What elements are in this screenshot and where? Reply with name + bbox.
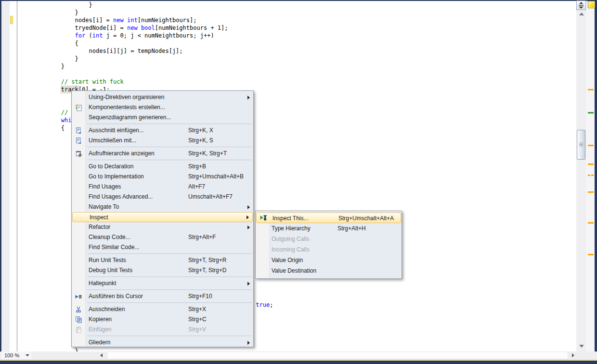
empty-icon-slot xyxy=(75,183,82,191)
menu-item-label: Cleanup Code... xyxy=(89,232,130,242)
vertical-scrollbar-thumb[interactable] xyxy=(577,130,585,160)
analysis-mark[interactable] xyxy=(588,112,594,113)
scrollbar-splitter-button[interactable] xyxy=(576,0,586,10)
empty-icon-slot xyxy=(75,339,82,347)
empty-icon-slot xyxy=(75,244,82,251)
menu-item-label: Umschließen mit... xyxy=(89,136,136,146)
status-bar xyxy=(0,361,597,364)
menu-item-find-usages[interactable]: Find UsagesAlt+F7 xyxy=(72,182,253,192)
analysis-mark[interactable] xyxy=(588,175,590,176)
paste-icon xyxy=(75,326,82,334)
menu-item-cleanup-code[interactable]: Cleanup Code...Strg+Alt+F xyxy=(72,232,253,242)
submenu-item-inspect-this[interactable]: Inspect This...Strg+Umschalt+Alt+A xyxy=(256,213,401,223)
menu-item-run-unit-tests[interactable]: Run Unit TestsStrg+T, Strg+R xyxy=(72,255,253,265)
vs-editor-window: { "editor": { "zoom_level": "100 %", "co… xyxy=(0,0,597,364)
call-hierarchy-icon xyxy=(75,150,82,158)
empty-icon-slot xyxy=(259,256,266,264)
menu-item-shortcut: Strg+T, Strg+R xyxy=(188,255,226,265)
menu-item-ausfuehren-bis-cursor[interactable]: Ausführen bis CursorStrg+F10 xyxy=(72,291,253,301)
menu-item-shortcut: Strg+F10 xyxy=(188,291,212,301)
menu-item-kopieren[interactable]: KopierenStrg+C xyxy=(72,314,253,325)
analysis-mark[interactable] xyxy=(588,163,594,165)
menu-item-shortcut: Strg+T, Strg+D xyxy=(188,265,226,276)
menu-item-shortcut: Strg+Umschalt+Alt+B xyxy=(188,172,244,182)
menu-item-shortcut: Strg+K, S xyxy=(188,136,213,146)
inspect-this-icon xyxy=(260,214,267,222)
horizontal-scrollbar-thumb[interactable] xyxy=(107,351,568,359)
scroll-down-button[interactable] xyxy=(579,345,584,348)
menu-item-gliedern[interactable]: Gliedern xyxy=(72,338,253,347)
horizontal-scrollbar[interactable]: 100 % xyxy=(0,351,597,359)
menu-item-shortcut: Strg+K, X xyxy=(188,126,213,136)
scroll-right-button[interactable] xyxy=(572,353,574,357)
menu-item-find-similar-code[interactable]: Find Similar Code... xyxy=(72,242,253,252)
analysis-mark[interactable] xyxy=(591,175,594,176)
analysis-mark[interactable] xyxy=(588,222,594,224)
empty-icon-slot xyxy=(75,267,82,275)
menu-item-label: Debug Unit Tests xyxy=(89,265,132,276)
menu-item-inspect[interactable]: Inspect xyxy=(72,212,253,222)
empty-icon-slot xyxy=(75,257,82,264)
menu-item-label: Navigate To xyxy=(89,202,119,212)
empty-icon-slot xyxy=(259,246,266,253)
analysis-mark[interactable] xyxy=(588,254,594,255)
menu-item-ausschneiden[interactable]: AusschneidenStrg+X xyxy=(72,304,253,314)
menu-item-label: Find Similar Code... xyxy=(89,242,139,252)
menu-item-aufrufhierarchie-anzeigen[interactable]: Aufrufhierarchie anzeigenStrg+K, Strg+T xyxy=(72,149,253,159)
menu-item-go-to-implementation[interactable]: Go to ImplementationStrg+Umschalt+Alt+B xyxy=(72,172,253,182)
analysis-mark[interactable] xyxy=(588,89,594,90)
code-line: } xyxy=(19,63,273,70)
menu-item-find-usages-advanced[interactable]: Find Usages Advanced...Umschalt+Alt+F7 xyxy=(72,192,253,202)
changed-lines-indicator xyxy=(10,16,13,24)
analysis-mark[interactable] xyxy=(588,145,594,146)
menu-item-label: Go to Declaration xyxy=(89,162,133,172)
menu-item-using-direktiven-organisieren[interactable]: Using-Direktiven organisieren xyxy=(72,92,253,102)
menu-item-label: Aufrufhierarchie anzeigen xyxy=(89,149,155,159)
new-test-icon xyxy=(75,104,82,112)
copy-icon xyxy=(75,316,82,324)
submenu-item-value-origin[interactable]: Value Origin xyxy=(256,255,402,265)
menu-item-label: Ausschneiden xyxy=(89,304,125,314)
zoom-level-select[interactable]: 100 % xyxy=(1,351,31,359)
menu-item-label: Ausführen bis Cursor xyxy=(89,291,143,301)
menu-item-shortcut: Strg+B xyxy=(188,162,206,172)
run-to-cursor-icon xyxy=(75,293,82,301)
file-status-indicator[interactable] xyxy=(588,1,595,8)
menu-item-shortcut: Strg+K, Strg+T xyxy=(188,149,227,159)
submenu-arrow-icon xyxy=(247,282,250,286)
menu-item-navigate-to[interactable]: Navigate To xyxy=(72,202,253,212)
submenu-item-type-hierarchy[interactable]: Type HierarchyStrg+Alt+H xyxy=(256,223,402,234)
breakpoint-margin[interactable] xyxy=(1,1,10,351)
analysis-mark[interactable] xyxy=(588,191,594,193)
menu-item-shortcut: Strg+Alt+H xyxy=(337,223,366,234)
scroll-up-button[interactable] xyxy=(579,13,584,15)
margin-divider xyxy=(17,1,17,351)
menu-item-label: Sequenzdiagramm generieren... xyxy=(89,113,171,123)
scroll-left-button[interactable] xyxy=(100,353,103,357)
menu-item-komponententests-erstellen[interactable]: Komponententests erstellen... xyxy=(72,102,253,113)
menu-item-label: Inspect xyxy=(90,213,108,223)
menu-item-label: Go to Implementation xyxy=(89,172,144,182)
submenu-item-value-destination[interactable]: Value Destination xyxy=(256,265,402,276)
vertical-scrollbar[interactable] xyxy=(576,10,586,351)
code-line: for (int j = 0; j < numNeightbours; j++) xyxy=(19,32,273,39)
menu-item-debug-unit-tests[interactable]: Debug Unit TestsStrg+T, Strg+D xyxy=(72,265,253,276)
menu-item-ausschnitt-einfuegen[interactable]: Ausschnitt einfügen...Strg+K, X xyxy=(72,126,253,136)
menu-item-shortcut: Strg+Umschalt+Alt+A xyxy=(338,213,394,224)
submenu-item-incoming-calls: Incoming Calls xyxy=(256,244,402,255)
menu-item-label: Refactor xyxy=(89,222,110,232)
menu-item-sequenzdiagramm-generieren[interactable]: Sequenzdiagramm generieren... xyxy=(72,113,253,123)
menu-item-label: Komponententests erstellen... xyxy=(89,102,165,113)
empty-icon-slot xyxy=(259,267,266,275)
menu-item-label: Kopieren xyxy=(89,314,112,325)
menu-item-haltepunkt[interactable]: Haltepunkt xyxy=(72,278,253,289)
empty-icon-slot xyxy=(259,225,266,232)
menu-item-refactor[interactable]: Refactor xyxy=(72,222,253,232)
menu-item-umschliessen-mit[interactable]: Umschließen mit...Strg+K, S xyxy=(72,136,253,146)
menu-item-shortcut: Umschalt+Alt+F7 xyxy=(188,192,233,202)
inspect-submenu: Inspect This...Strg+Umschalt+Alt+AType H… xyxy=(255,211,402,279)
menu-item-shortcut: Alt+F7 xyxy=(188,182,205,192)
empty-icon-slot xyxy=(259,235,266,243)
selection-margin[interactable] xyxy=(10,1,17,351)
menu-item-go-to-declaration[interactable]: Go to DeclarationStrg+B xyxy=(72,162,253,172)
